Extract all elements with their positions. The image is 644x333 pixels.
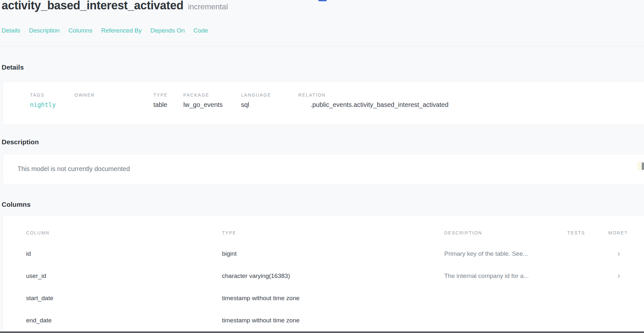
field-package: PACKAGE lw_go_events [183, 92, 241, 109]
description-text: This model is not currently documented [3, 154, 644, 173]
cell-column-type: bigint [222, 250, 444, 257]
anchor-nav: Details Description Columns Referenced B… [2, 27, 208, 34]
cell-column-type: timestamp without time zone [222, 317, 444, 324]
cell-column-type: timestamp without time zone [222, 295, 444, 302]
field-label-type: TYPE [153, 92, 183, 98]
field-value-type: table [153, 101, 183, 109]
edge-highlight-fragment [637, 162, 642, 170]
columns-card: COLUMN TYPE DESCRIPTION TESTS MORE? id b… [3, 215, 644, 333]
cell-column-name: id [26, 250, 222, 257]
table-row-id[interactable]: id bigint Primary key of the table. See.… [26, 243, 644, 265]
section-heading-details: Details [2, 63, 24, 71]
cell-column-description: Primary key of the table. See... [444, 250, 567, 257]
chevron-right-icon[interactable]: › [617, 249, 620, 258]
nav-link-columns[interactable]: Columns [68, 27, 92, 34]
nav-link-depends-on[interactable]: Depends On [150, 27, 185, 34]
tag-link-nightly[interactable]: nightly [30, 101, 74, 108]
cell-column-name: end_date [26, 317, 222, 324]
cell-column-name: start_date [26, 295, 222, 302]
page-header: activity_based_interest_activated increm… [2, 0, 228, 12]
header-divider [0, 46, 644, 46]
cell-column-name: user_id [26, 272, 222, 280]
field-relation: RELATION .public_events.activity_based_i… [298, 92, 448, 109]
columns-table-header: COLUMN TYPE DESCRIPTION TESTS MORE? [26, 230, 644, 235]
scrollbar-thumb[interactable] [642, 162, 644, 170]
column-header-description: DESCRIPTION [444, 230, 567, 235]
field-label-owner: OWNER [74, 92, 153, 98]
column-header-tests: TESTS [567, 230, 608, 235]
field-value-package: lw_go_events [183, 101, 241, 109]
table-row-end-date[interactable]: end_date timestamp without time zone [26, 309, 644, 331]
table-row-start-date[interactable]: start_date timestamp without time zone [26, 287, 644, 309]
cell-column-description: The internal company id for a... [444, 272, 567, 280]
field-value-relation: .public_events.activity_based_interest_a… [298, 101, 448, 109]
field-label-language: LANGUAGE [241, 92, 298, 98]
column-header-type: TYPE [222, 230, 444, 235]
details-card: TAGS nightly OWNER TYPE table PACKAGE lw… [3, 81, 644, 125]
window-bottom-edge [0, 331, 644, 333]
nav-link-description[interactable]: Description [29, 27, 60, 34]
nav-link-code[interactable]: Code [193, 27, 208, 34]
field-owner: OWNER [74, 92, 153, 109]
field-label-relation: RELATION [298, 92, 448, 98]
table-row-user-id[interactable]: user_id character varying(16383) The int… [26, 265, 644, 287]
field-tags: TAGS nightly [30, 92, 74, 109]
nav-link-details[interactable]: Details [2, 27, 20, 34]
column-header-column: COLUMN [26, 230, 222, 235]
chevron-right-icon[interactable]: › [617, 271, 620, 281]
field-language: LANGUAGE sql [241, 92, 298, 109]
section-heading-columns: Columns [2, 200, 31, 209]
columns-table: COLUMN TYPE DESCRIPTION TESTS MORE? id b… [3, 215, 644, 331]
field-value-language: sql [241, 101, 298, 109]
nav-link-referenced-by[interactable]: Referenced By [101, 27, 142, 34]
description-card: This model is not currently documented [3, 154, 644, 184]
cutoff-element-fragment [318, 0, 327, 1]
section-heading-description: Description [2, 138, 39, 146]
model-title: activity_based_interest_activated [2, 0, 183, 12]
field-type: TYPE table [153, 92, 183, 109]
field-label-tags: TAGS [30, 92, 74, 98]
column-header-more: MORE? [608, 230, 644, 235]
columns-table-body: id bigint Primary key of the table. See.… [26, 243, 644, 331]
field-label-package: PACKAGE [183, 92, 241, 98]
cell-column-type: character varying(16383) [222, 272, 444, 280]
materialization-badge: incremental [188, 2, 228, 11]
details-fields: TAGS nightly OWNER TYPE table PACKAGE lw… [3, 81, 644, 109]
